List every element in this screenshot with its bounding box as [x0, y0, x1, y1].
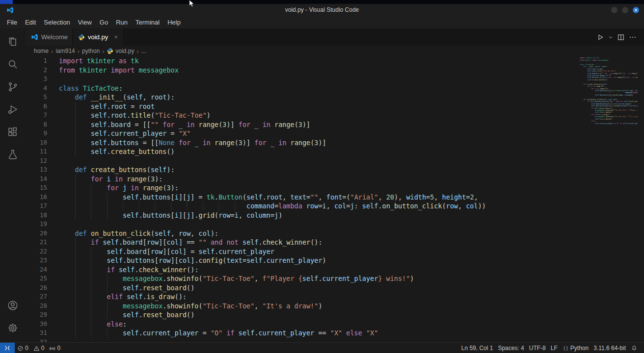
indent-guide — [75, 120, 76, 129]
status-label: UTF-8 — [529, 345, 546, 352]
code-line: 21 if self.board[row][col] == "" and not… — [26, 238, 644, 247]
code-line: 18 self.buttons[i][j].grid(row=i, column… — [26, 211, 644, 220]
tab-welcome[interactable]: Welcome — [26, 28, 73, 46]
indent-guide — [107, 211, 107, 220]
breadcrumb-label: ... — [141, 48, 146, 54]
close-button[interactable] — [633, 7, 639, 13]
minimize-button[interactable] — [611, 7, 617, 13]
desktop-accent — [0, 0, 13, 4]
line-content: import tkinter as tk — [59, 56, 139, 66]
cursor-position[interactable]: Ln 59, Col 1 — [459, 343, 496, 353]
activity-settings[interactable] — [1, 317, 25, 339]
breadcrumb-item-void-py[interactable]: void.py — [107, 48, 134, 54]
encoding[interactable]: UTF-8 — [527, 343, 548, 353]
breadcrumb-item-iam914[interactable]: iam914 — [55, 48, 75, 54]
indent-guide — [107, 274, 107, 283]
code-line: 17 command=lambda row=i, col=j: self.on_… — [26, 202, 644, 211]
code-line: 6 self.root = root — [26, 102, 644, 111]
eol-sequence[interactable]: LF — [548, 343, 560, 353]
indent-guide — [75, 292, 76, 302]
line-number: 19 — [26, 220, 47, 229]
editor-actions — [595, 28, 644, 46]
menu-help[interactable]: Help — [163, 18, 185, 26]
code-line: 23 self.buttons[row][col].config(text=se… — [26, 256, 644, 265]
more-actions-button[interactable] — [627, 32, 638, 43]
vscode-logo-icon — [6, 6, 14, 14]
breadcrumb-item-python[interactable]: python — [82, 48, 100, 54]
line-content: else: — [59, 320, 127, 329]
status-label: 0 — [25, 345, 28, 352]
activity-testing[interactable] — [1, 143, 25, 166]
status-label: 0 — [57, 345, 60, 352]
close-icon[interactable] — [113, 34, 119, 40]
line-number: 32 — [26, 338, 47, 343]
code-editor[interactable]: 1import tkinter as tk2from tkinter impor… — [26, 56, 644, 342]
activity-explorer[interactable] — [1, 30, 25, 53]
code-line: 5 def __init__(self, root): — [26, 93, 644, 102]
maximize-button[interactable] — [622, 7, 628, 13]
activity-account[interactable] — [1, 294, 25, 317]
line-content: messagebox.showinfo("Tic-Tac-Toe", f"Pla… — [59, 274, 414, 283]
notifications[interactable] — [628, 343, 640, 353]
run-dropdown[interactable] — [607, 33, 615, 41]
code-line: 9 self.current_player = "X" — [26, 129, 644, 138]
indent-guide — [91, 320, 91, 329]
tab-bar: Welcomevoid.py — [26, 28, 644, 46]
line-number: 3 — [26, 75, 47, 84]
menu-view[interactable]: View — [74, 18, 96, 26]
indent-guide — [91, 328, 91, 338]
indent-guide — [91, 211, 91, 220]
problems-warnings[interactable]: 0 — [31, 343, 47, 353]
language-mode[interactable]: Python — [560, 343, 591, 353]
broadcast-icon — [49, 345, 55, 352]
line-number: 26 — [26, 283, 47, 293]
menu-run[interactable]: Run — [112, 18, 132, 26]
menu-terminal[interactable]: Terminal — [132, 18, 163, 26]
search-icon — [7, 58, 19, 70]
activity-run-debug[interactable] — [1, 98, 25, 121]
python-interpreter[interactable]: 3.11.6 64-bit — [591, 343, 628, 353]
activity-search[interactable] — [1, 53, 25, 76]
activity-extensions[interactable] — [1, 121, 25, 143]
code-line: 22 self.board[row][col] = self.current_p… — [26, 247, 644, 256]
activity-source-control[interactable] — [1, 76, 25, 98]
menu-selection[interactable]: Selection — [40, 18, 74, 26]
indent-guide — [107, 193, 107, 202]
breadcrumb-item-home[interactable]: home — [34, 48, 49, 54]
line-content: self.buttons[row][col].config(text=self.… — [59, 256, 326, 265]
indentation[interactable]: Spaces: 4 — [495, 343, 526, 353]
menu-file[interactable]: File — [3, 18, 21, 26]
tab-void-py[interactable]: void.py — [73, 28, 124, 46]
line-content: messagebox.showinfo("Tic-Tac-Toe", "It's… — [59, 302, 322, 311]
breadcrumb-label: python — [82, 48, 100, 54]
line-content: for i in range(3): — [59, 175, 162, 184]
indent-guide — [75, 138, 76, 148]
problems-errors[interactable]: 0 — [15, 343, 31, 353]
line-number: 6 — [26, 102, 47, 111]
ports-indicator[interactable]: 0 — [47, 343, 63, 353]
menu-bar: FileEditSelectionViewGoRunTerminalHelp — [0, 16, 644, 28]
line-number: 15 — [26, 183, 47, 193]
code-line: 10 self.buttons = [[None for _ in range(… — [26, 138, 644, 148]
indent-guide — [75, 274, 76, 283]
code-line: 13 def create_buttons(self): — [26, 165, 644, 175]
breadcrumb-item-[interactable]: ... — [141, 48, 146, 54]
code-line: 11 self.create_buttons() — [26, 147, 644, 156]
indent-guide — [75, 328, 76, 338]
indent-guide — [203, 202, 203, 211]
run-button[interactable] — [595, 32, 606, 43]
line-number: 17 — [26, 202, 47, 211]
indent-guide — [91, 202, 91, 211]
split-editor-button[interactable] — [616, 32, 626, 43]
code-line: 30 else: — [26, 320, 644, 329]
indent-guide — [123, 202, 123, 211]
testing-icon — [7, 149, 19, 160]
code-line: 1import tkinter as tk — [26, 56, 644, 66]
minimap[interactable]: 1import tkinter as tk2from tkinter impor… — [580, 57, 638, 140]
indent-guide — [91, 292, 91, 302]
remote-indicator[interactable] — [0, 343, 15, 353]
menu-go[interactable]: Go — [96, 18, 112, 26]
line-content: def on_button_click(self, row, col): — [59, 229, 218, 238]
indent-guide — [75, 129, 76, 138]
menu-edit[interactable]: Edit — [21, 18, 40, 26]
